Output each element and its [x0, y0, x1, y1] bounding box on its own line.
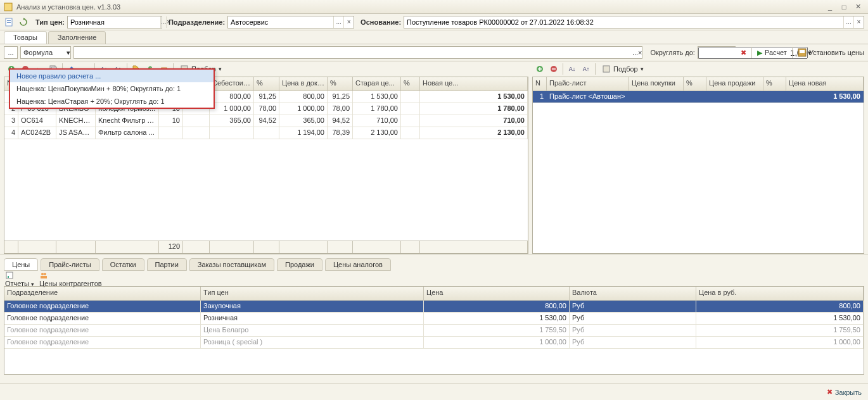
- r-sort-az-icon[interactable]: A↓: [566, 63, 578, 75]
- right-toolbar: A↓ A↑ Подбор ▾: [532, 61, 864, 77]
- price-type-dots[interactable]: ...: [160, 16, 166, 28]
- svg-rect-22: [41, 276, 47, 278]
- col-cost[interactable]: Себестоим...: [210, 77, 254, 91]
- svg-point-21: [44, 273, 46, 275]
- formula-label-combo[interactable]: Формула ▾: [20, 46, 71, 59]
- tab-fill[interactable]: Заполнение: [48, 31, 106, 44]
- delete-icon[interactable]: ✖: [741, 49, 746, 57]
- rcol-n[interactable]: N: [533, 77, 547, 91]
- btab-lots[interactable]: Партии: [147, 258, 187, 271]
- col-newprice[interactable]: Новая це...: [420, 77, 528, 91]
- dept-input[interactable]: [228, 16, 333, 28]
- dept-dots[interactable]: ...: [333, 16, 343, 28]
- right-grid: N Прайс-лист Цена покупки % Цена продажи…: [532, 77, 864, 254]
- formula-text[interactable]: [74, 48, 632, 58]
- app-icon: [4, 3, 13, 11]
- calc-button[interactable]: Расчет: [765, 49, 787, 56]
- bottom-toolbar: Отчеты ▾ Цены контрагентов: [4, 272, 864, 286]
- basis-clear[interactable]: ×: [853, 16, 864, 28]
- r-add-icon[interactable]: [533, 63, 546, 75]
- counterparty-prices-button[interactable]: Цены контрагентов: [39, 271, 102, 287]
- footer-bar: ✖ Закрыть: [0, 384, 868, 400]
- formula-dropdown-icon[interactable]: ▾: [67, 49, 70, 57]
- tab-goods[interactable]: Товары: [4, 31, 47, 44]
- dropdown-markup1[interactable]: Наценка: ЦенаПокупкиМин + 80%; Округлять…: [10, 82, 214, 95]
- document-icon[interactable]: [4, 16, 15, 28]
- bottom-grid: Подразделение Тип цен Цена Валюта Цена в…: [4, 286, 864, 375]
- btab-pricelists[interactable]: Прайс-листы: [41, 258, 99, 271]
- rcol-buy[interactable]: Цена покупки: [629, 77, 684, 91]
- refresh-icon[interactable]: [18, 16, 29, 28]
- basis-combo[interactable]: ... ×: [404, 16, 864, 28]
- formula-bar: ... Формула ▾ ... × Округлять до: ▾ ✖ ▶ …: [0, 44, 868, 61]
- formula-main-clear[interactable]: ×: [638, 49, 642, 56]
- table-row[interactable]: 3OC614KNECHT/...Knecht Фильтр м...10365,…: [4, 115, 528, 127]
- formula-label: Формула: [21, 49, 67, 56]
- table-row[interactable]: Головное подразделениеЦена Белагро1 759,…: [4, 325, 864, 337]
- bcol-price[interactable]: Цена: [424, 287, 570, 300]
- rcol-pricelist[interactable]: Прайс-лист: [547, 77, 629, 91]
- svg-rect-3: [7, 22, 11, 23]
- bcol-dept[interactable]: Подразделение: [4, 287, 201, 300]
- price-type-label: Тип цен:: [35, 18, 65, 26]
- filter-bar: Тип цен: ... × Подразделение: ... × Осно…: [0, 14, 868, 30]
- bcol-pricerub[interactable]: Цена в руб.: [696, 287, 864, 300]
- btab-prices[interactable]: Цены: [4, 258, 38, 271]
- svg-rect-19: [8, 276, 9, 278]
- close-window-button[interactable]: ✖ Закрыть: [827, 388, 862, 396]
- dept-clear[interactable]: ×: [343, 16, 354, 28]
- svg-rect-0: [4, 3, 12, 11]
- price-type-combo[interactable]: ... ×: [67, 16, 162, 28]
- basis-dots[interactable]: ...: [843, 16, 853, 28]
- formula-main-input[interactable]: ... ×: [73, 46, 642, 59]
- bcol-pricetype[interactable]: Тип цен: [201, 287, 424, 300]
- maximize-button[interactable]: □: [838, 2, 850, 12]
- btab-stocks[interactable]: Остатки: [102, 258, 144, 271]
- btab-supplier-orders[interactable]: Заказы поставщикам: [189, 258, 274, 271]
- col-oldprice[interactable]: Старая це...: [353, 77, 401, 91]
- close-button[interactable]: ✕: [852, 2, 864, 12]
- reports-button[interactable]: Отчеты ▾: [5, 271, 34, 287]
- play-icon: ▶: [757, 49, 762, 57]
- rcol-pct[interactable]: %: [684, 77, 706, 91]
- r-remove-icon[interactable]: [547, 63, 560, 75]
- basis-input[interactable]: [404, 16, 843, 28]
- col-docprice[interactable]: Цена в доку...: [279, 77, 328, 91]
- col-pct3[interactable]: %: [401, 77, 420, 91]
- btab-sales[interactable]: Продажи: [277, 258, 322, 271]
- rcol-new[interactable]: Цена новая: [786, 77, 864, 91]
- main-tabs: Товары Заполнение: [0, 30, 868, 44]
- formula-dropdown-menu: Новое правило расчета ... Наценка: ЦенаП…: [9, 68, 215, 109]
- rcol-sell[interactable]: Цена продажи: [706, 77, 763, 91]
- btab-analog-prices[interactable]: Цены аналогов: [325, 258, 391, 271]
- dropdown-new-rule[interactable]: Новое правило расчета ...: [10, 70, 214, 82]
- table-row[interactable]: 1Прайс-лист <Автошан>1 530,00: [533, 91, 864, 103]
- set-prices-button[interactable]: Установить цены: [809, 49, 864, 56]
- table-row[interactable]: 4AC0242BJS ASAKA...Фильтр салона ...1 19…: [4, 127, 528, 139]
- price-type-input[interactable]: [68, 16, 160, 28]
- save-prices-icon: [798, 48, 807, 57]
- table-row[interactable]: Головное подразделениеРозничная1 530,00Р…: [4, 313, 864, 325]
- bottom-tabs: Цены Прайс-листы Остатки Партии Заказы п…: [4, 258, 864, 271]
- table-row[interactable]: Головное подразделениеРозница ( special …: [4, 337, 864, 349]
- dropdown-markup2[interactable]: Наценка: ЦенаСтарая + 20%; Округлять до:…: [10, 95, 214, 108]
- selection-button-right[interactable]: Подбор ▾: [598, 63, 648, 75]
- bcol-currency[interactable]: Валюта: [570, 287, 696, 300]
- formula-main-dots[interactable]: ...: [632, 49, 638, 56]
- dept-combo[interactable]: ... ×: [227, 16, 354, 28]
- footer-stock: 120: [159, 241, 183, 253]
- formula-menu-button[interactable]: ...: [4, 46, 18, 59]
- svg-point-20: [41, 273, 44, 275]
- r-sort-za-icon[interactable]: A↑: [580, 63, 592, 75]
- col-pct1[interactable]: %: [254, 77, 279, 91]
- title-bar: Анализ и установка цен. v1.3.03 _ □ ✕: [0, 0, 868, 14]
- svg-rect-17: [603, 66, 610, 72]
- svg-rect-18: [6, 272, 13, 278]
- round-input-wrap[interactable]: ▾: [698, 46, 736, 59]
- rcol-pct2[interactable]: %: [763, 77, 786, 91]
- col-pct2[interactable]: %: [328, 77, 353, 91]
- minimize-button[interactable]: _: [824, 2, 836, 12]
- svg-rect-2: [7, 20, 11, 21]
- svg-rect-6: [800, 50, 805, 53]
- table-row[interactable]: Головное подразделениеЗакупочная800,00Ру…: [4, 301, 864, 313]
